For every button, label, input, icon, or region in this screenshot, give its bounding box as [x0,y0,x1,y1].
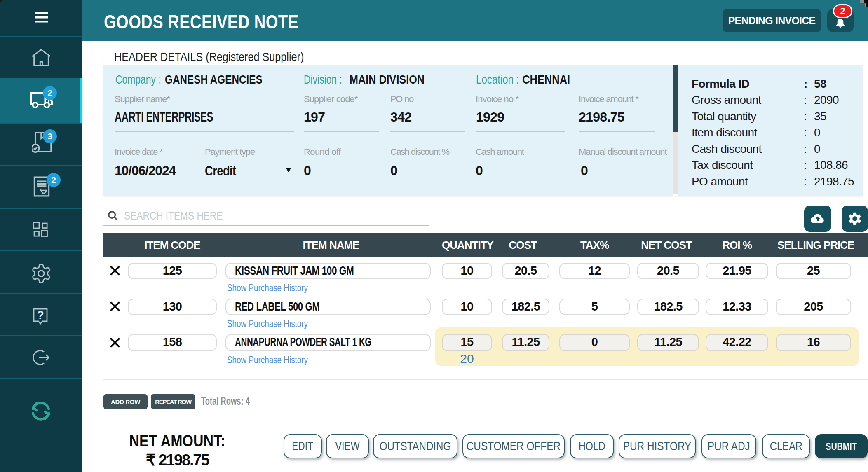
svg-text:?: ? [37,308,44,322]
